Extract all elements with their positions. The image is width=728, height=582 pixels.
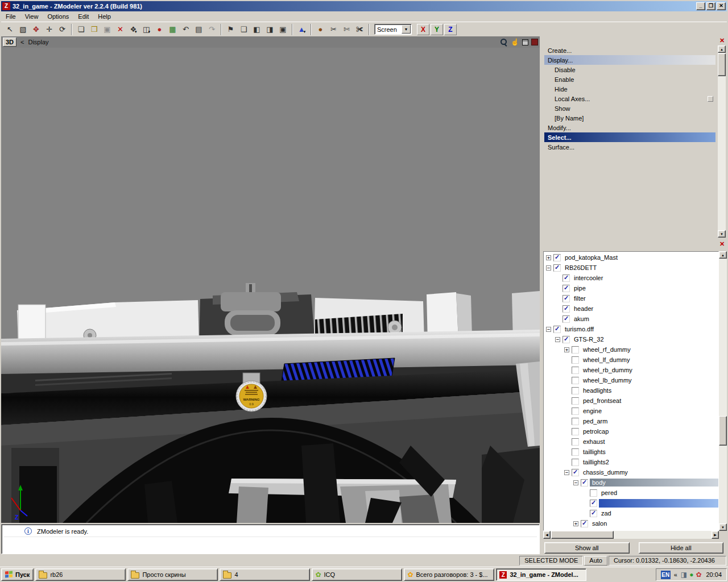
collapse-icon[interactable]: − xyxy=(573,480,578,485)
command-disable[interactable]: Disable xyxy=(544,65,715,74)
tree-checkbox[interactable]: ✓ xyxy=(562,295,570,302)
delete-icon[interactable]: ✕ xyxy=(114,23,127,36)
tree-item-label[interactable]: pod_katopka_Mast xyxy=(562,253,620,261)
clone-menu-icon[interactable]: ❖▾ xyxy=(127,23,140,36)
log-window-icon[interactable]: ▤ xyxy=(192,23,205,36)
tree-checkbox[interactable]: ✓ xyxy=(590,510,597,517)
expand-icon[interactable]: + xyxy=(546,255,551,260)
tree-checkbox[interactable]: ✓ xyxy=(562,305,570,313)
collapse-icon[interactable]: − xyxy=(546,327,551,332)
undo-icon[interactable]: ↶ xyxy=(179,23,192,36)
tree-item-label[interactable]: taillights xyxy=(581,448,608,456)
tree-item-label[interactable]: zad xyxy=(599,509,614,517)
auto-button[interactable]: Auto xyxy=(584,556,607,566)
tree-checkbox[interactable] xyxy=(572,428,579,435)
minimize-button[interactable]: _ xyxy=(696,2,705,10)
tree-checkbox[interactable]: ✓ xyxy=(562,336,570,343)
level-vertices-icon[interactable]: ❑ xyxy=(237,23,250,36)
axis-z-button[interactable]: Z xyxy=(444,24,457,35)
viewport-3d-tab[interactable]: 3D xyxy=(3,38,16,47)
tree-item-label[interactable]: wheel_lb_dummy xyxy=(581,376,634,384)
show-all-button[interactable]: Show all xyxy=(544,542,630,554)
tree-checkbox[interactable] xyxy=(572,397,579,405)
knife-icon[interactable]: ✄ xyxy=(340,23,353,36)
close-button[interactable]: ✕ xyxy=(717,2,726,10)
tree-item-label[interactable]: ped_frontseat xyxy=(581,397,623,405)
command-modify[interactable]: Modify... xyxy=(544,123,715,132)
tree-item-label[interactable]: headlights xyxy=(581,386,614,394)
new-file-icon[interactable]: ❏ xyxy=(75,23,88,36)
combo-dropdown-icon[interactable]: ▼ xyxy=(402,25,411,34)
tree-item-label[interactable]: petrolcap xyxy=(581,427,611,435)
tree-item-label[interactable]: ped_arm xyxy=(581,417,610,425)
menu-options[interactable]: Options xyxy=(43,12,73,21)
tree-item-label[interactable]: GTS-R_32 xyxy=(572,335,606,343)
close-panel-icon[interactable]: ✕ xyxy=(718,240,726,248)
collapse-icon[interactable]: − xyxy=(564,470,569,475)
tree-checkbox[interactable] xyxy=(572,377,579,384)
tree-checkbox[interactable]: ✓ xyxy=(590,500,597,507)
menu-edit[interactable]: Edit xyxy=(73,12,93,21)
taskbar-task-item[interactable]: Просто скрины xyxy=(127,568,218,581)
tree-item-label[interactable]: chassis_dummy xyxy=(581,468,630,476)
collapse-icon[interactable]: − xyxy=(555,337,560,342)
tree-item-label[interactable]: wheel_rb_dummy xyxy=(581,366,635,374)
tree-item-label[interactable]: akum xyxy=(572,315,592,323)
command-hide[interactable]: Hide xyxy=(544,84,715,94)
tree-checkbox[interactable]: ✓ xyxy=(572,469,579,476)
command-local-axes[interactable]: Local Axes... xyxy=(544,94,715,103)
tree-item-label[interactable]: pipe xyxy=(572,284,588,292)
tree-item-label[interactable]: exhaust xyxy=(581,438,607,446)
command-enable[interactable]: Enable xyxy=(544,74,715,84)
scissors-icon[interactable]: ✂ xyxy=(327,23,340,36)
primitive-cone-icon[interactable]: ▲▾ xyxy=(295,23,308,36)
tray-chevron-icon[interactable]: « xyxy=(674,571,677,578)
tree-item-label[interactable]: RB26DETT xyxy=(562,264,599,272)
rotate-view-icon[interactable]: ⟳ xyxy=(56,23,69,36)
taskbar-task-rb26[interactable]: rb26 xyxy=(35,568,126,581)
command-create[interactable]: Create... xyxy=(544,45,715,55)
maximize-view-icon[interactable] xyxy=(522,39,528,45)
scroll-right-icon[interactable]: ▶ xyxy=(712,531,719,539)
material-editor-icon[interactable]: ● xyxy=(153,23,166,36)
tree-checkbox[interactable]: ✓ xyxy=(553,326,561,333)
select-area-icon[interactable]: ▧ xyxy=(16,23,30,36)
start-button[interactable]: Пуск xyxy=(1,568,34,581)
expand-icon[interactable]: + xyxy=(573,521,578,526)
open-file-icon[interactable]: ❒ xyxy=(88,23,101,36)
tree-checkbox[interactable]: ✓ xyxy=(553,264,561,272)
taskbar-task-32-in-game-zmodel[interactable]: Z32_in_game - ZModel... xyxy=(496,568,586,581)
tree-item-label[interactable]: filter xyxy=(572,294,588,302)
tree-item-label[interactable]: turismo.dff xyxy=(562,325,596,333)
grid-settings-icon[interactable]: ▦ xyxy=(166,23,179,36)
command-scrollbar[interactable]: ▲ ▼ xyxy=(718,45,726,238)
tree-checkbox[interactable] xyxy=(572,387,579,394)
expand-icon[interactable]: + xyxy=(564,347,569,352)
tree-item-label[interactable]: pered xyxy=(599,489,619,497)
command-select[interactable]: Select... xyxy=(544,132,715,142)
scrollbar-thumb[interactable] xyxy=(718,53,726,76)
command-display[interactable]: Display... xyxy=(544,55,715,65)
scroll-down-icon[interactable]: ▼ xyxy=(719,523,727,531)
tree-checkbox[interactable]: ✓ xyxy=(562,275,570,282)
command-by-name[interactable]: [By Name] xyxy=(544,113,715,123)
tree-checkbox[interactable]: ✓ xyxy=(562,285,570,292)
mirror-menu-icon[interactable]: ◫▾ xyxy=(140,23,153,36)
scroll-up-icon[interactable]: ▲ xyxy=(718,45,726,53)
tree-item-label[interactable]: intercooler xyxy=(572,274,605,282)
menu-view[interactable]: View xyxy=(20,12,43,21)
cut-tool-icon[interactable]: ✀ xyxy=(353,23,366,36)
tree-item-label[interactable]: salon xyxy=(590,519,609,527)
tree-checkbox[interactable] xyxy=(590,489,597,497)
taskbar-task-icq[interactable]: ✿ICQ xyxy=(312,568,402,581)
tree-item-label[interactable]: engine xyxy=(581,407,604,415)
tree-checkbox[interactable]: ✓ xyxy=(581,520,588,527)
tree-checkbox[interactable]: ✓ xyxy=(553,254,561,261)
axis-x-button[interactable]: X xyxy=(417,24,429,35)
sphere-tool-icon[interactable]: ● xyxy=(314,23,327,36)
manipulate-icon[interactable]: ✛ xyxy=(43,23,56,36)
tree-checkbox[interactable] xyxy=(572,459,579,466)
menu-help[interactable]: Help xyxy=(93,12,115,21)
pan-hand-icon[interactable]: ☝ xyxy=(511,39,519,45)
tree-checkbox[interactable] xyxy=(572,418,579,425)
